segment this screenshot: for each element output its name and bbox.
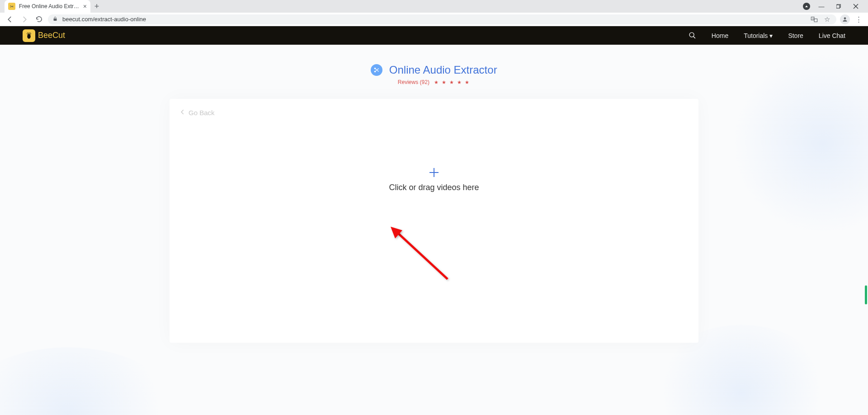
nav-tutorials[interactable]: Tutorials ▾	[744, 32, 773, 39]
close-window-button[interactable]	[850, 0, 862, 12]
browser-tab-bar: ✂ Free Online Audio Extractor - | × + —	[0, 0, 868, 13]
svg-line-14	[693, 37, 695, 38]
plus-icon	[429, 167, 439, 180]
svg-point-12	[29, 33, 31, 34]
window-controls: —	[803, 0, 868, 13]
chevron-down-icon: ▾	[769, 32, 773, 39]
brand-logo[interactable]: BeeCut	[23, 29, 65, 42]
svg-rect-7	[814, 19, 817, 22]
svg-point-9	[844, 17, 846, 19]
svg-line-17	[376, 69, 379, 72]
svg-point-13	[689, 33, 694, 37]
svg-text:文: 文	[812, 17, 814, 20]
reviews-count: Reviews (92)	[398, 79, 429, 85]
scrollbar-thumb[interactable]	[865, 285, 867, 304]
translate-icon[interactable]: 文	[809, 14, 819, 24]
profile-avatar[interactable]	[840, 14, 850, 24]
lock-icon	[52, 16, 59, 23]
search-icon[interactable]	[689, 32, 696, 39]
scissors-icon	[371, 64, 382, 76]
nav-home[interactable]: Home	[712, 32, 728, 39]
nav-tutorials-label: Tutorials	[744, 32, 768, 39]
nav-store[interactable]: Store	[788, 32, 803, 39]
svg-point-11	[27, 33, 29, 34]
site-header: BeeCut Home Tutorials ▾ Store Live Chat	[0, 26, 868, 45]
page-content: BeeCut Home Tutorials ▾ Store Live Chat …	[0, 26, 868, 415]
tab-favicon: ✂	[8, 3, 15, 10]
upload-card: Go Back Click or drag videos here	[170, 99, 698, 343]
maximize-button[interactable]	[833, 0, 844, 12]
tab-close-icon[interactable]: ×	[83, 3, 87, 10]
reviews-row[interactable]: Reviews (92) ★ ★ ★ ★ ★	[0, 79, 868, 85]
tab-title: Free Online Audio Extractor - |	[19, 3, 80, 9]
bookmark-star-icon[interactable]: ☆	[822, 14, 832, 24]
extension-badge-icon[interactable]	[803, 3, 810, 10]
nav-live-chat[interactable]: Live Chat	[819, 32, 845, 39]
svg-line-18	[376, 69, 379, 71]
url-text: beecut.com/extract-audio-online	[62, 16, 146, 23]
svg-rect-2	[836, 5, 840, 8]
new-tab-button[interactable]: +	[90, 0, 103, 13]
kebab-menu-icon[interactable]: ⋮	[854, 14, 863, 24]
decorative-blob	[0, 347, 181, 415]
browser-tab[interactable]: ✂ Free Online Audio Extractor - | ×	[5, 0, 90, 13]
site-nav: Home Tutorials ▾ Store Live Chat	[689, 32, 845, 39]
page-title: Online Audio Extractor	[389, 64, 497, 76]
minimize-button[interactable]: —	[816, 0, 827, 12]
forward-button[interactable]	[19, 14, 30, 25]
drop-zone-text: Click or drag videos here	[389, 183, 479, 192]
bee-logo-icon	[23, 29, 35, 42]
address-bar[interactable]: beecut.com/extract-audio-online 文 ☆	[48, 14, 836, 24]
browser-toolbar: beecut.com/extract-audio-online 文 ☆ ⋮	[0, 13, 868, 26]
drop-zone[interactable]: Click or drag videos here	[170, 99, 698, 343]
brand-name: BeeCut	[38, 31, 65, 40]
svg-marker-0	[805, 5, 808, 7]
back-button[interactable]	[5, 14, 15, 25]
hero: Online Audio Extractor Reviews (92) ★ ★ …	[0, 45, 868, 85]
reload-button[interactable]	[33, 14, 44, 25]
svg-rect-5	[54, 19, 57, 21]
hero-heading-row: Online Audio Extractor	[0, 64, 868, 76]
star-rating: ★ ★ ★ ★ ★	[434, 79, 470, 85]
